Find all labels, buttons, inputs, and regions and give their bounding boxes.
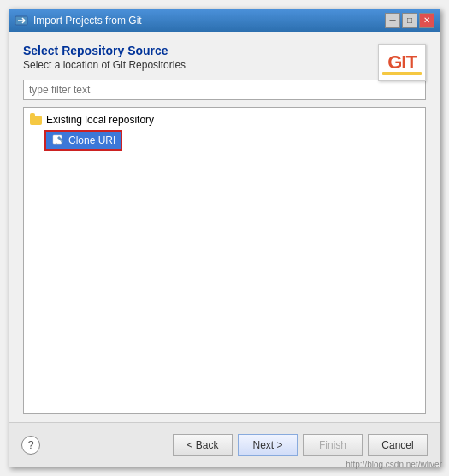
header-area: Select Repository Source Select a locati…	[23, 44, 426, 80]
back-button[interactable]: < Back	[173, 434, 233, 456]
footer-left: ?	[21, 436, 40, 455]
folder-icon	[29, 113, 43, 127]
git-logo: GIT	[378, 44, 426, 81]
footer-right: < Back Next > Finish Cancel	[173, 434, 428, 456]
next-button[interactable]: Next >	[238, 434, 298, 456]
repository-tree: Existing local repository Clone URI	[23, 107, 426, 414]
git-logo-underline	[382, 72, 422, 75]
cancel-button[interactable]: Cancel	[368, 434, 428, 456]
footer: ? < Back Next > Finish Cancel	[9, 422, 440, 467]
page-title: Select Repository Source	[23, 44, 426, 57]
close-button[interactable]: ✕	[419, 13, 434, 28]
existing-local-label: Existing local repository	[46, 114, 154, 126]
title-bar: Import Projects from Git ─ □ ✕	[9, 9, 440, 32]
maximize-button[interactable]: □	[402, 13, 417, 28]
clone-uri-icon	[51, 134, 65, 147]
git-logo-text: GIT	[387, 51, 417, 74]
main-window: Import Projects from Git ─ □ ✕ Select Re…	[9, 9, 440, 467]
window-icon	[15, 14, 28, 27]
minimize-button[interactable]: ─	[385, 13, 400, 28]
window-title: Import Projects from Git	[33, 15, 385, 27]
existing-local-item[interactable]: Existing local repository	[24, 111, 425, 128]
help-button[interactable]: ?	[21, 436, 40, 455]
clone-uri-item[interactable]: Clone URI	[24, 128, 425, 152]
window-controls: ─ □ ✕	[385, 13, 434, 28]
page-subtitle: Select a location of Git Repositories	[23, 59, 426, 71]
content-area: Select Repository Source Select a locati…	[9, 32, 440, 422]
clone-uri-box: Clone URI	[44, 130, 122, 151]
filter-input[interactable]	[23, 80, 426, 100]
clone-uri-label: Clone URI	[68, 134, 115, 146]
finish-button[interactable]: Finish	[303, 434, 363, 456]
